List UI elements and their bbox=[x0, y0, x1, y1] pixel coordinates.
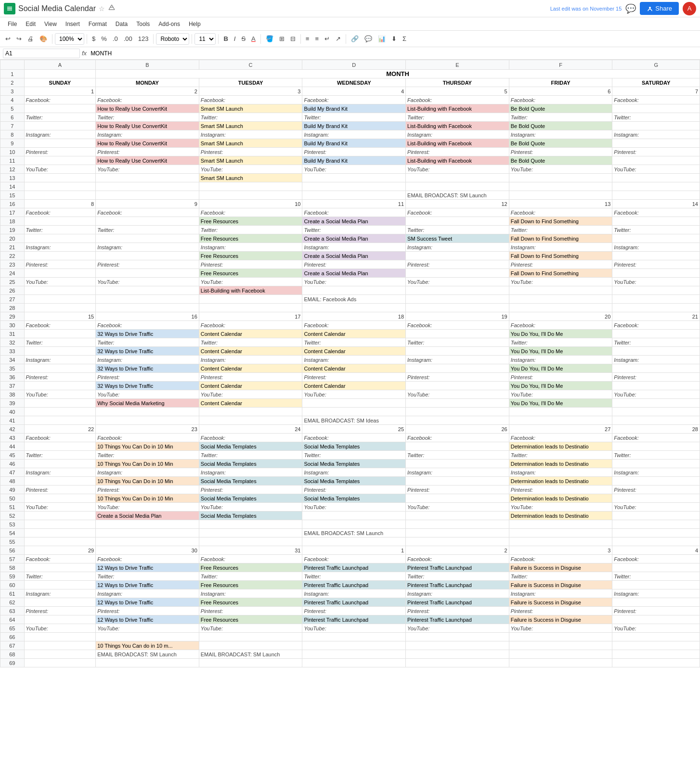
last-edit-text[interactable]: Last edit was on November 15 bbox=[550, 6, 622, 12]
borders-button[interactable]: ⊞ bbox=[277, 34, 287, 44]
cell[interactable]: YouTube: bbox=[302, 624, 406, 633]
cell[interactable]: Smart SM Launch bbox=[199, 139, 302, 148]
cell[interactable]: Failure is Success in Disguise bbox=[509, 615, 612, 624]
cell[interactable]: Facebook: bbox=[96, 208, 199, 217]
cell[interactable] bbox=[612, 191, 700, 200]
cell-date[interactable]: 11 bbox=[302, 200, 406, 208]
cell[interactable]: Facebook: bbox=[612, 321, 700, 330]
cell[interactable] bbox=[302, 520, 406, 529]
cell[interactable]: YouTube: bbox=[612, 278, 700, 286]
menu-format[interactable]: Format bbox=[85, 19, 111, 29]
cell[interactable]: Pinterest: bbox=[199, 486, 302, 494]
cell[interactable] bbox=[96, 234, 199, 243]
cell[interactable] bbox=[302, 399, 406, 408]
cell-date[interactable]: 18 bbox=[302, 312, 406, 321]
cell[interactable]: Pinterest: bbox=[406, 148, 509, 156]
cell[interactable]: Instagram: bbox=[24, 589, 96, 598]
cell[interactable]: Twitter: bbox=[302, 226, 406, 234]
cell[interactable]: List-Building with Facebook bbox=[406, 156, 509, 165]
cell[interactable]: Twitter: bbox=[199, 572, 302, 581]
cell[interactable]: YouTube: bbox=[612, 503, 700, 511]
cell[interactable]: You Do You, I'll Do Me bbox=[509, 330, 612, 338]
cell-date[interactable]: 9 bbox=[96, 200, 199, 208]
cell[interactable]: Facebook: bbox=[199, 555, 302, 563]
cell[interactable]: Failure is Success in Disguise bbox=[509, 598, 612, 607]
filter-button[interactable]: ⬇ bbox=[389, 34, 399, 44]
cell[interactable]: Social Media Templates bbox=[302, 442, 406, 451]
cell[interactable] bbox=[509, 408, 612, 416]
cell[interactable] bbox=[24, 364, 96, 373]
cell-sunday[interactable]: SUNDAY bbox=[24, 78, 96, 87]
cell-date[interactable]: 22 bbox=[24, 425, 96, 434]
cell[interactable] bbox=[302, 174, 406, 182]
cell[interactable] bbox=[24, 529, 96, 537]
cell-date[interactable]: 16 bbox=[96, 312, 199, 321]
cell[interactable]: Fall Down to Find Something bbox=[509, 252, 612, 260]
cell-date[interactable]: 4 bbox=[612, 546, 700, 555]
cell[interactable]: Fall Down to Find Something bbox=[509, 217, 612, 226]
cell[interactable]: Instagram: bbox=[199, 356, 302, 364]
cell[interactable]: Pinterest: bbox=[96, 373, 199, 382]
cell[interactable]: Pinterest Traffic Launchpad bbox=[302, 581, 406, 589]
cell[interactable]: Social Media Templates bbox=[302, 460, 406, 468]
cell[interactable] bbox=[406, 659, 509, 667]
cell[interactable]: Facebook: bbox=[199, 434, 302, 442]
cell[interactable]: How to Really Use ConvertKit bbox=[96, 139, 199, 148]
cell[interactable]: YouTube: bbox=[509, 278, 612, 286]
cell[interactable] bbox=[612, 382, 700, 390]
cell[interactable]: Content Calendar bbox=[302, 364, 406, 373]
cell[interactable]: List-Building with Facebook bbox=[406, 104, 509, 113]
cell[interactable]: Instagram: bbox=[24, 468, 96, 477]
cell[interactable] bbox=[612, 252, 700, 260]
cell[interactable] bbox=[199, 633, 302, 641]
cell[interactable] bbox=[406, 304, 509, 312]
cell[interactable]: Content Calendar bbox=[199, 347, 302, 356]
cell[interactable]: Social Media Templates bbox=[302, 477, 406, 486]
cell[interactable]: Facebook: bbox=[24, 555, 96, 563]
cell[interactable] bbox=[24, 382, 96, 390]
cell[interactable] bbox=[406, 269, 509, 278]
cell[interactable]: Twitter: bbox=[509, 572, 612, 581]
cell[interactable] bbox=[96, 633, 199, 641]
cell[interactable] bbox=[199, 408, 302, 416]
cell[interactable] bbox=[406, 330, 509, 338]
cell[interactable]: Twitter: bbox=[302, 113, 406, 122]
cell[interactable] bbox=[612, 399, 700, 408]
cell-date[interactable]: 21 bbox=[612, 312, 700, 321]
cell[interactable] bbox=[24, 182, 96, 191]
cell[interactable] bbox=[509, 182, 612, 191]
cell[interactable]: Twitter: bbox=[96, 572, 199, 581]
cell-month-title[interactable]: MONTH bbox=[96, 70, 700, 78]
cell[interactable]: Free Resources bbox=[199, 615, 302, 624]
cell[interactable] bbox=[24, 416, 96, 425]
cell[interactable]: Free Resources bbox=[199, 234, 302, 243]
cell-saturday[interactable]: SATURDAY bbox=[612, 78, 700, 87]
cell-email[interactable]: EMAIL BROADCAST: SM Launch bbox=[406, 191, 509, 200]
cell[interactable]: Instagram: bbox=[302, 589, 406, 598]
cell-date[interactable]: 13 bbox=[509, 200, 612, 208]
cell[interactable]: Be Bold Quote bbox=[509, 139, 612, 148]
cell-date[interactable]: 20 bbox=[509, 312, 612, 321]
cell[interactable] bbox=[24, 511, 96, 520]
cell[interactable] bbox=[302, 641, 406, 650]
cell[interactable]: Facebook: bbox=[509, 96, 612, 104]
cell[interactable] bbox=[612, 520, 700, 529]
cell[interactable] bbox=[612, 477, 700, 486]
cell[interactable]: Instagram: bbox=[509, 130, 612, 139]
cell[interactable] bbox=[24, 174, 96, 182]
cell[interactable]: 32 Ways to Drive Traffic bbox=[96, 364, 199, 373]
cell[interactable] bbox=[612, 139, 700, 148]
cell[interactable]: Build My Brand Kit bbox=[302, 122, 406, 130]
cell-date[interactable]: 26 bbox=[406, 425, 509, 434]
cell[interactable]: Failure is Success in Disguise bbox=[509, 581, 612, 589]
cell[interactable] bbox=[406, 347, 509, 356]
cell[interactable]: Instagram: bbox=[96, 356, 199, 364]
cell[interactable] bbox=[96, 659, 199, 667]
cell[interactable]: Instagram: bbox=[199, 243, 302, 252]
redo-button[interactable]: ↪ bbox=[14, 34, 24, 44]
cell[interactable]: Twitter: bbox=[24, 113, 96, 122]
cell[interactable]: Pinterest: bbox=[406, 373, 509, 382]
cell[interactable] bbox=[96, 252, 199, 260]
cell[interactable] bbox=[199, 537, 302, 546]
cell[interactable] bbox=[612, 234, 700, 243]
